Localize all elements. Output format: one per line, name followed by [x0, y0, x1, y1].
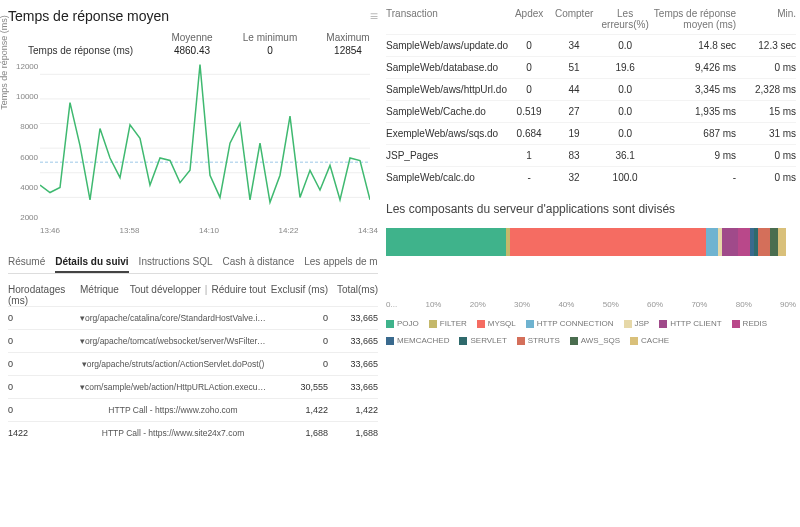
svg-rect-18 — [778, 228, 786, 256]
trace-row[interactable]: 0▾com/sample/web/action/HttpURLAction.ex… — [8, 375, 378, 398]
svg-rect-10 — [706, 228, 718, 256]
col-count: Compter — [550, 8, 598, 30]
stat-min-label: Le minimum — [240, 32, 300, 43]
col-errors: Les erreurs(%) — [598, 8, 652, 30]
transaction-row[interactable]: SampleWeb/calc.do-32100.0-0 ms — [386, 166, 796, 188]
hamburger-icon[interactable]: ≡ — [370, 8, 378, 24]
stat-max-value: 12854 — [318, 45, 378, 56]
tab-2[interactable]: Instructions SQL — [139, 252, 213, 273]
trace-row[interactable]: 0▾org/apache/struts/action/ActionServlet… — [8, 352, 378, 375]
svg-rect-13 — [738, 228, 750, 256]
stack-title: Les composants du serveur d'applications… — [386, 202, 796, 216]
svg-rect-16 — [758, 228, 770, 256]
legend-item: AWS_SQS — [570, 336, 620, 345]
legend-item: MYSQL — [477, 319, 516, 328]
trace-row[interactable]: 0▾org/apache/tomcat/websocket/server/WsF… — [8, 329, 378, 352]
col-total: Total(ms) — [328, 284, 378, 306]
response-time-chart: Temps de réponse (ms) 120001000080006000… — [8, 62, 378, 242]
tab-4[interactable]: Les appels de méthode de moins de 10 m..… — [304, 252, 378, 273]
transaction-row[interactable]: SampleWeb/aws/httpUrl.do0440.03,345 ms2,… — [386, 78, 796, 100]
transaction-row[interactable]: SampleWeb/Cache.do0.519270.01,935 ms15 m… — [386, 100, 796, 122]
legend-item: MEMCACHED — [386, 336, 449, 345]
legend-item: CACHE — [630, 336, 669, 345]
tab-1[interactable]: Détails du suivi — [55, 252, 128, 273]
col-timestamp: Horodatages (ms) — [8, 284, 80, 306]
stat-max-label: Maximum — [318, 32, 378, 43]
trace-row[interactable]: 0▾org/apache/catalina/core/StandardHostV… — [8, 306, 378, 329]
stats-row-label: Temps de réponse (ms) — [8, 45, 162, 56]
tab-0[interactable]: Résumé — [8, 252, 45, 273]
legend-item: HTTP CONNECTION — [526, 319, 614, 328]
legend-item: HTTP CLIENT — [659, 319, 721, 328]
col-metric: Métrique — [80, 284, 119, 306]
legend-item: REDIS — [732, 319, 767, 328]
chart-title: Temps de réponse moyen — [8, 8, 169, 24]
svg-rect-9 — [510, 228, 706, 256]
transaction-row[interactable]: ExempleWeb/aws/sqs.do0.684190.0687 ms31 … — [386, 122, 796, 144]
transaction-row[interactable]: SampleWeb/database.do05119.69,426 ms0 ms — [386, 56, 796, 78]
tab-3[interactable]: Cash à distance — [223, 252, 295, 273]
trace-row[interactable]: 1422HTTP Call - https://www.site24x7.com… — [8, 421, 378, 444]
chart-ylabel: Temps de réponse (ms) — [0, 15, 9, 110]
legend-item: POJO — [386, 319, 419, 328]
col-exclusive: Exclusif (ms) — [266, 284, 328, 306]
svg-rect-8 — [506, 228, 510, 256]
svg-rect-15 — [754, 228, 758, 256]
svg-rect-12 — [722, 228, 738, 256]
stat-avg-value: 4860.43 — [162, 45, 222, 56]
tabs: RésuméDétails du suiviInstructions SQLCa… — [8, 252, 378, 274]
stat-min-value: 0 — [240, 45, 300, 56]
legend-item: STRUTS — [517, 336, 560, 345]
transaction-row[interactable]: JSP_Pages18336.19 ms0 ms — [386, 144, 796, 166]
trace-row[interactable]: 0HTTP Call - https://www.zoho.com1,4221,… — [8, 398, 378, 421]
expand-all-link[interactable]: Tout développer — [130, 284, 201, 306]
col-response-time: Temps de réponse moyen (ms) — [652, 8, 736, 30]
collapse-all-link[interactable]: Réduire tout — [211, 284, 265, 306]
legend-item: FILTER — [429, 319, 467, 328]
col-apdex: Apdex — [508, 8, 550, 30]
stacked-bar-chart — [386, 228, 786, 268]
col-min: Min. — [736, 8, 796, 30]
transaction-row[interactable]: SampleWeb/aws/update.do0340.014.8 sec12.… — [386, 34, 796, 56]
svg-rect-17 — [770, 228, 778, 256]
transactions-table: Transaction Apdex Compter Les erreurs(%)… — [386, 8, 796, 188]
stat-avg-label: Moyenne — [162, 32, 222, 43]
col-transaction: Transaction — [386, 8, 508, 30]
svg-rect-7 — [386, 228, 506, 256]
svg-rect-11 — [718, 228, 722, 256]
legend-item: JSP — [624, 319, 650, 328]
legend-item: SERVLET — [459, 336, 506, 345]
svg-rect-14 — [750, 228, 754, 256]
